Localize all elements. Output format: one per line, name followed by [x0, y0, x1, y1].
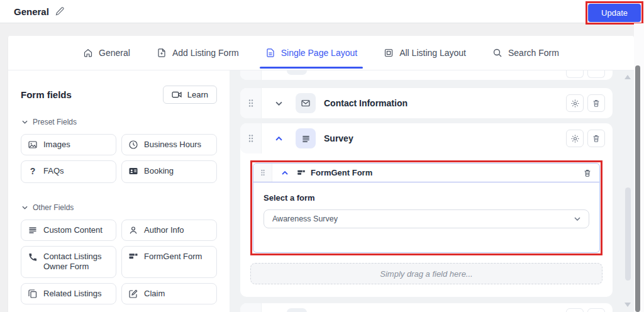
- chevron-down-icon: [22, 206, 28, 209]
- select-form-label: Select a form: [264, 193, 589, 203]
- envelope-icon: [296, 93, 316, 113]
- tab-label: All Listing Layout: [399, 48, 466, 58]
- formgent-icon: [128, 252, 138, 262]
- tab-bar: General Add Listing Form Single Page Lay…: [8, 36, 634, 70]
- field-card-custom-content[interactable]: Custom Content: [21, 220, 116, 241]
- list-lines-icon: [296, 128, 316, 148]
- field-label: Related Listings: [43, 289, 102, 299]
- scroll-down-arrow[interactable]: [625, 303, 631, 307]
- search-icon: [492, 48, 502, 58]
- tab-label: Search Form: [508, 48, 559, 58]
- drag-handle[interactable]: [240, 123, 262, 153]
- page-scrollbar-thumb[interactable]: [635, 65, 640, 312]
- page-scrollbar-track[interactable]: [634, 23, 644, 312]
- field-label: Images: [43, 140, 70, 150]
- settings-button-partial: [566, 308, 584, 312]
- tab-search-form[interactable]: Search Form: [492, 36, 559, 70]
- section-preset-fields[interactable]: Preset Fields: [22, 118, 217, 126]
- delete-button-partial: [587, 70, 605, 78]
- scroll-up-arrow[interactable]: [625, 75, 631, 79]
- field-card-faqs[interactable]: ? FAQs: [21, 160, 116, 183]
- tab-single-page-layout[interactable]: Single Page Layout: [265, 36, 357, 70]
- update-button[interactable]: Update: [588, 4, 641, 22]
- page-title: General: [14, 6, 49, 17]
- form-fields-sidebar: Form fields Learn Preset Fields: [8, 70, 230, 312]
- section-label: Other Fields: [33, 203, 74, 212]
- tab-add-listing-form[interactable]: Add Listing Form: [157, 36, 239, 70]
- row-label: Survey: [324, 133, 353, 143]
- formgent-highlight-box: FormGent Form Select a form Awa: [250, 160, 602, 255]
- image-icon: [28, 140, 38, 150]
- field-card-author-info[interactable]: Author Info: [121, 220, 217, 241]
- settings-gear-button[interactable]: [566, 94, 584, 112]
- collapse-chevron-up-icon[interactable]: [280, 170, 289, 176]
- drag-handle-strip: [240, 70, 262, 80]
- collapse-chevron-up-icon[interactable]: [274, 135, 284, 142]
- edit-icon: [128, 289, 138, 299]
- tab-label: Add Listing Form: [172, 48, 239, 58]
- learn-button[interactable]: Learn: [163, 86, 217, 104]
- layout-builder-canvas: Contact Information: [230, 70, 634, 312]
- tab-all-listing-layout[interactable]: All Listing Layout: [384, 36, 466, 70]
- learn-label: Learn: [187, 90, 208, 99]
- row-label: Contact Information: [324, 98, 408, 108]
- home-icon: [83, 48, 93, 58]
- field-label: FAQs: [43, 166, 64, 176]
- delete-button-partial: [587, 308, 605, 312]
- text-lines-icon: [28, 225, 38, 235]
- formgent-card-title: FormGent Form: [311, 168, 372, 177]
- field-card-formgent-form[interactable]: FormGent Form: [121, 246, 217, 278]
- layout-icon: [384, 48, 394, 58]
- drag-handle[interactable]: [253, 164, 272, 182]
- id-card-icon: [128, 166, 138, 176]
- tab-general[interactable]: General: [83, 36, 130, 70]
- field-icon-box-partial: [287, 70, 307, 75]
- file-plus-icon: [157, 48, 167, 58]
- field-label: Business Hours: [144, 140, 201, 150]
- section-label: Preset Fields: [33, 118, 77, 126]
- field-card-claim[interactable]: Claim: [121, 283, 217, 304]
- field-label: Author Info: [144, 225, 184, 235]
- settings-button-partial: [566, 70, 584, 78]
- drag-handle-strip: [240, 303, 262, 312]
- field-drop-zone[interactable]: Simply drag a field here...: [250, 263, 602, 284]
- field-card-images[interactable]: Images: [21, 134, 116, 155]
- field-card-booking[interactable]: Booking: [121, 160, 217, 183]
- sidebar-title: Form fields: [21, 89, 72, 100]
- formgent-icon: [297, 169, 306, 177]
- partial-row-above: [240, 70, 613, 80]
- drop-zone-text: Simply drag a field here...: [380, 269, 472, 279]
- field-card-related-listings[interactable]: Related Listings: [21, 283, 116, 304]
- delete-trash-button[interactable]: [587, 94, 605, 112]
- settings-gear-button[interactable]: [566, 130, 584, 147]
- phone-icon: [28, 252, 38, 262]
- selected-form-value: Awareness Survey: [272, 214, 338, 223]
- field-card-business-hours[interactable]: Business Hours: [121, 134, 217, 155]
- field-card-contact-listings-owner-form[interactable]: Contact Listings Owner Form: [21, 246, 116, 278]
- builder-row-contact-information: Contact Information: [240, 88, 613, 118]
- chevron-down-icon: [22, 120, 28, 124]
- delete-trash-icon[interactable]: [583, 169, 592, 177]
- partial-row-below: [240, 303, 613, 312]
- inner-scrollbar-thumb[interactable]: [625, 187, 631, 281]
- copy-icon: [28, 289, 38, 299]
- field-icon-box-partial: [287, 308, 307, 312]
- field-label: Booking: [144, 166, 174, 176]
- tab-label: Single Page Layout: [281, 48, 357, 58]
- field-label: FormGent Form: [144, 252, 202, 262]
- other-fields-grid: Custom Content Author Info Contact Listi…: [21, 220, 217, 304]
- question-icon: ?: [28, 166, 38, 177]
- top-bar: General Update: [0, 0, 644, 23]
- delete-trash-button[interactable]: [587, 130, 605, 147]
- user-icon: [128, 225, 138, 235]
- file-lines-icon: [265, 48, 275, 58]
- section-other-fields[interactable]: Other Fields: [22, 203, 217, 212]
- drag-handle[interactable]: [240, 88, 262, 118]
- form-select-dropdown[interactable]: Awareness Survey: [264, 209, 589, 228]
- preset-fields-grid: Images Business Hours ? FAQs: [21, 134, 217, 183]
- expand-chevron-down-icon[interactable]: [274, 100, 284, 107]
- main-panel: General Add Listing Form Single Page Lay…: [8, 36, 634, 312]
- clock-icon: [128, 140, 138, 150]
- edit-title-icon[interactable]: [55, 6, 65, 16]
- tab-label: General: [99, 48, 130, 58]
